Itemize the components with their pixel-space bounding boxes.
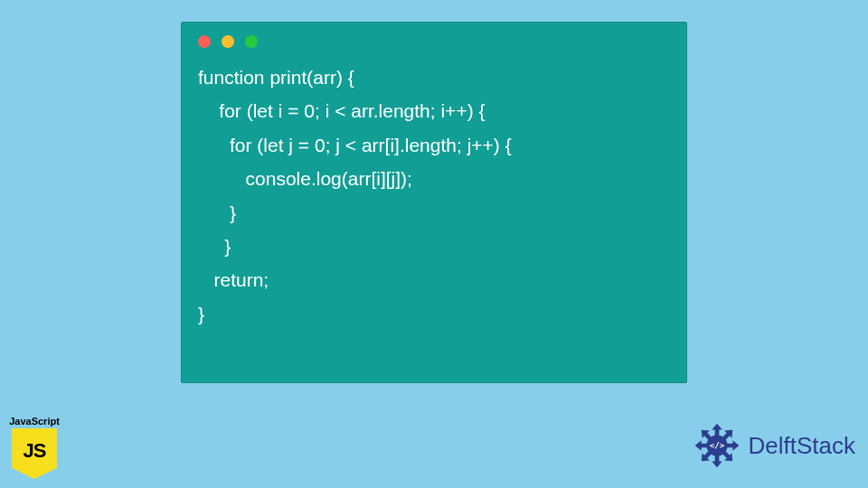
code-line: for (let i = 0; i < arr.length; i++) { xyxy=(198,100,486,121)
minimize-icon xyxy=(222,35,234,48)
code-line: } xyxy=(198,202,236,223)
delftstack-brand: </> DelftStack xyxy=(691,419,856,472)
code-line: } xyxy=(198,304,204,324)
code-line: return; xyxy=(198,269,269,290)
code-line: function print(arr) { xyxy=(198,67,354,88)
svg-text:</>: </> xyxy=(709,440,724,450)
maximize-icon xyxy=(245,35,258,48)
code-line: for (let j = 0; j < arr[i].length; j++) … xyxy=(198,135,512,155)
javascript-shield-icon: JS xyxy=(12,428,57,479)
javascript-label: JavaScript xyxy=(5,416,63,427)
code-line: } xyxy=(198,236,231,257)
window-controls xyxy=(182,23,686,53)
code-window: function print(arr) { for (let i = 0; i … xyxy=(181,22,687,383)
javascript-icon-text: JS xyxy=(24,439,46,463)
code-line: console.log(arr[i][j]); xyxy=(198,168,412,189)
code-block: function print(arr) { for (let i = 0; i … xyxy=(182,53,686,343)
delftstack-text: DelftStack xyxy=(749,432,856,460)
close-icon xyxy=(198,35,211,48)
javascript-badge: JavaScript JS xyxy=(5,416,63,479)
delftstack-logo-icon: </> xyxy=(691,419,743,472)
